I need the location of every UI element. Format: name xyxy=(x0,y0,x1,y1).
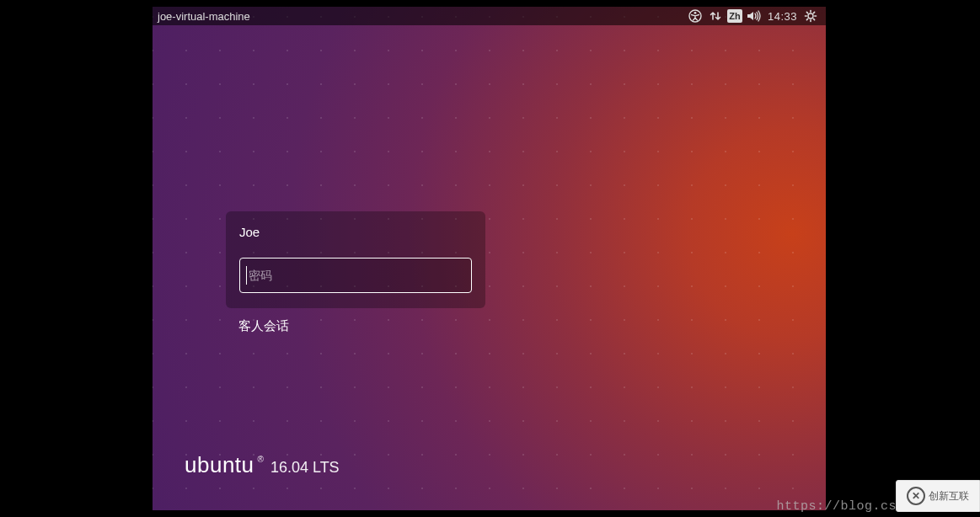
accessibility-icon[interactable] xyxy=(685,7,705,25)
hostname-label: joe-virtual-machine xyxy=(158,10,250,23)
login-screen: joe-virtual-machine Zh xyxy=(153,7,826,510)
network-updown-icon[interactable] xyxy=(705,7,726,25)
selected-username[interactable]: Joe xyxy=(239,225,472,239)
ime-zh-label: Zh xyxy=(727,9,742,23)
watermark-badge-text: 创新互联 xyxy=(929,489,969,504)
svg-point-2 xyxy=(808,13,813,19)
power-gear-icon[interactable] xyxy=(801,7,821,25)
top-panel: joe-virtual-machine Zh xyxy=(153,7,826,25)
login-box: Joe xyxy=(226,211,485,308)
ime-zh-icon[interactable]: Zh xyxy=(726,7,744,25)
sound-icon[interactable] xyxy=(744,7,764,25)
viewport: joe-virtual-machine Zh xyxy=(0,0,980,517)
watermark-badge-icon: ✕ xyxy=(907,487,925,505)
clock-label[interactable]: 14:33 xyxy=(764,7,801,25)
password-input[interactable] xyxy=(239,258,472,293)
brand-registered: ® xyxy=(258,455,264,464)
password-wrapper xyxy=(239,258,472,293)
svg-point-1 xyxy=(694,12,697,14)
brand: ubuntu ® 16.04 LTS xyxy=(185,452,340,478)
watermark-badge: ✕ 创新互联 xyxy=(896,480,980,512)
guest-session-button[interactable]: 客人会话 xyxy=(238,318,289,334)
text-caret xyxy=(246,266,247,285)
brand-name: ubuntu xyxy=(185,452,254,478)
brand-version: 16.04 LTS xyxy=(270,459,340,477)
